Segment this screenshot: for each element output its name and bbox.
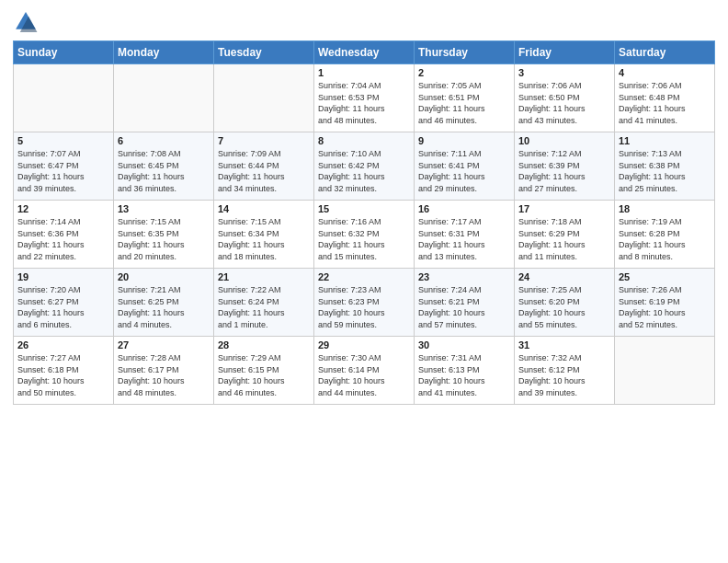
calendar-cell: 30Sunrise: 7:31 AM Sunset: 6:13 PM Dayli…: [415, 337, 515, 405]
calendar-cell: 17Sunrise: 7:18 AM Sunset: 6:29 PM Dayli…: [515, 201, 615, 269]
calendar-cell: 12Sunrise: 7:14 AM Sunset: 6:36 PM Dayli…: [14, 201, 114, 269]
day-number: 12: [17, 203, 109, 214]
day-number: 7: [218, 135, 310, 146]
calendar-cell: 28Sunrise: 7:29 AM Sunset: 6:15 PM Dayli…: [214, 337, 314, 405]
calendar-week-5: 26Sunrise: 7:27 AM Sunset: 6:18 PM Dayli…: [14, 337, 715, 405]
calendar-cell: 25Sunrise: 7:26 AM Sunset: 6:19 PM Dayli…: [615, 269, 715, 337]
calendar-cell: [615, 337, 715, 405]
day-number: 8: [318, 135, 410, 146]
calendar-cell: 2Sunrise: 7:05 AM Sunset: 6:51 PM Daylig…: [415, 64, 515, 132]
day-info: Sunrise: 7:17 AM Sunset: 6:31 PM Dayligh…: [418, 216, 510, 262]
day-info: Sunrise: 7:28 AM Sunset: 6:17 PM Dayligh…: [118, 352, 210, 398]
day-number: 11: [619, 135, 711, 146]
calendar-cell: 21Sunrise: 7:22 AM Sunset: 6:24 PM Dayli…: [214, 269, 314, 337]
day-info: Sunrise: 7:16 AM Sunset: 6:32 PM Dayligh…: [318, 216, 410, 262]
calendar-cell: 13Sunrise: 7:15 AM Sunset: 6:35 PM Dayli…: [114, 201, 214, 269]
calendar-cell: 27Sunrise: 7:28 AM Sunset: 6:17 PM Dayli…: [114, 337, 214, 405]
day-number: 1: [318, 67, 410, 78]
day-number: 27: [118, 339, 210, 350]
day-info: Sunrise: 7:11 AM Sunset: 6:41 PM Dayligh…: [418, 148, 510, 194]
day-number: 15: [318, 203, 410, 214]
calendar-cell: 26Sunrise: 7:27 AM Sunset: 6:18 PM Dayli…: [14, 337, 114, 405]
calendar-cell: 8Sunrise: 7:10 AM Sunset: 6:42 PM Daylig…: [314, 132, 415, 201]
calendar-cell: 6Sunrise: 7:08 AM Sunset: 6:45 PM Daylig…: [114, 132, 214, 201]
day-number: 5: [17, 135, 109, 146]
day-info: Sunrise: 7:24 AM Sunset: 6:21 PM Dayligh…: [418, 284, 510, 330]
day-number: 16: [418, 203, 510, 214]
calendar-header-wednesday: Wednesday: [314, 41, 415, 64]
logo-icon: [13, 9, 39, 35]
calendar-cell: 16Sunrise: 7:17 AM Sunset: 6:31 PM Dayli…: [415, 201, 515, 269]
day-info: Sunrise: 7:06 AM Sunset: 6:50 PM Dayligh…: [518, 80, 610, 126]
calendar-cell: 3Sunrise: 7:06 AM Sunset: 6:50 PM Daylig…: [515, 64, 615, 132]
day-info: Sunrise: 7:23 AM Sunset: 6:23 PM Dayligh…: [318, 284, 410, 330]
day-number: 31: [518, 339, 610, 350]
day-number: 17: [518, 203, 610, 214]
day-info: Sunrise: 7:18 AM Sunset: 6:29 PM Dayligh…: [518, 216, 610, 262]
calendar-cell: 23Sunrise: 7:24 AM Sunset: 6:21 PM Dayli…: [415, 269, 515, 337]
day-info: Sunrise: 7:04 AM Sunset: 6:53 PM Dayligh…: [318, 80, 410, 126]
day-info: Sunrise: 7:21 AM Sunset: 6:25 PM Dayligh…: [118, 284, 210, 330]
calendar-week-4: 19Sunrise: 7:20 AM Sunset: 6:27 PM Dayli…: [14, 269, 715, 337]
day-number: 23: [418, 271, 510, 282]
calendar-week-1: 1Sunrise: 7:04 AM Sunset: 6:53 PM Daylig…: [14, 64, 715, 132]
logo: [13, 9, 42, 35]
day-info: Sunrise: 7:05 AM Sunset: 6:51 PM Dayligh…: [418, 80, 510, 126]
calendar-cell: 22Sunrise: 7:23 AM Sunset: 6:23 PM Dayli…: [314, 269, 415, 337]
day-number: 14: [218, 203, 310, 214]
calendar-table: SundayMondayTuesdayWednesdayThursdayFrid…: [13, 40, 715, 405]
day-info: Sunrise: 7:26 AM Sunset: 6:19 PM Dayligh…: [619, 284, 711, 330]
calendar-cell: 14Sunrise: 7:15 AM Sunset: 6:34 PM Dayli…: [214, 201, 314, 269]
calendar-header-tuesday: Tuesday: [214, 41, 314, 64]
day-number: 4: [619, 67, 711, 78]
page-header: [13, 9, 715, 35]
calendar-cell: 5Sunrise: 7:07 AM Sunset: 6:47 PM Daylig…: [14, 132, 114, 201]
day-info: Sunrise: 7:07 AM Sunset: 6:47 PM Dayligh…: [17, 148, 109, 194]
day-info: Sunrise: 7:12 AM Sunset: 6:39 PM Dayligh…: [518, 148, 610, 194]
calendar-header-sunday: Sunday: [14, 41, 114, 64]
day-info: Sunrise: 7:14 AM Sunset: 6:36 PM Dayligh…: [17, 216, 109, 262]
calendar-cell: 19Sunrise: 7:20 AM Sunset: 6:27 PM Dayli…: [14, 269, 114, 337]
calendar-header-monday: Monday: [114, 41, 214, 64]
day-info: Sunrise: 7:13 AM Sunset: 6:38 PM Dayligh…: [619, 148, 711, 194]
calendar-cell: 9Sunrise: 7:11 AM Sunset: 6:41 PM Daylig…: [415, 132, 515, 201]
calendar-header-row: SundayMondayTuesdayWednesdayThursdayFrid…: [14, 41, 715, 64]
day-info: Sunrise: 7:25 AM Sunset: 6:20 PM Dayligh…: [518, 284, 610, 330]
day-info: Sunrise: 7:20 AM Sunset: 6:27 PM Dayligh…: [17, 284, 109, 330]
day-info: Sunrise: 7:30 AM Sunset: 6:14 PM Dayligh…: [318, 352, 410, 398]
calendar-cell: [114, 64, 214, 132]
calendar-cell: 31Sunrise: 7:32 AM Sunset: 6:12 PM Dayli…: [515, 337, 615, 405]
calendar-cell: 10Sunrise: 7:12 AM Sunset: 6:39 PM Dayli…: [515, 132, 615, 201]
day-info: Sunrise: 7:08 AM Sunset: 6:45 PM Dayligh…: [118, 148, 210, 194]
day-info: Sunrise: 7:31 AM Sunset: 6:13 PM Dayligh…: [418, 352, 510, 398]
day-number: 29: [318, 339, 410, 350]
calendar-cell: 29Sunrise: 7:30 AM Sunset: 6:14 PM Dayli…: [314, 337, 415, 405]
day-info: Sunrise: 7:15 AM Sunset: 6:35 PM Dayligh…: [118, 216, 210, 262]
day-number: 24: [518, 271, 610, 282]
day-number: 22: [318, 271, 410, 282]
calendar-cell: [14, 64, 114, 132]
calendar-cell: 18Sunrise: 7:19 AM Sunset: 6:28 PM Dayli…: [615, 201, 715, 269]
day-number: 18: [619, 203, 711, 214]
calendar-cell: 15Sunrise: 7:16 AM Sunset: 6:32 PM Dayli…: [314, 201, 415, 269]
calendar-cell: 20Sunrise: 7:21 AM Sunset: 6:25 PM Dayli…: [114, 269, 214, 337]
calendar-week-2: 5Sunrise: 7:07 AM Sunset: 6:47 PM Daylig…: [14, 132, 715, 201]
day-info: Sunrise: 7:06 AM Sunset: 6:48 PM Dayligh…: [619, 80, 711, 126]
day-info: Sunrise: 7:09 AM Sunset: 6:44 PM Dayligh…: [218, 148, 310, 194]
day-number: 25: [619, 271, 711, 282]
day-number: 19: [17, 271, 109, 282]
calendar-week-3: 12Sunrise: 7:14 AM Sunset: 6:36 PM Dayli…: [14, 201, 715, 269]
calendar-cell: 1Sunrise: 7:04 AM Sunset: 6:53 PM Daylig…: [314, 64, 415, 132]
day-number: 13: [118, 203, 210, 214]
calendar-cell: 24Sunrise: 7:25 AM Sunset: 6:20 PM Dayli…: [515, 269, 615, 337]
calendar-header-friday: Friday: [515, 41, 615, 64]
calendar-header-thursday: Thursday: [415, 41, 515, 64]
calendar-cell: [214, 64, 314, 132]
calendar-cell: 4Sunrise: 7:06 AM Sunset: 6:48 PM Daylig…: [615, 64, 715, 132]
day-number: 9: [418, 135, 510, 146]
calendar-header-saturday: Saturday: [615, 41, 715, 64]
day-info: Sunrise: 7:10 AM Sunset: 6:42 PM Dayligh…: [318, 148, 410, 194]
day-number: 6: [118, 135, 210, 146]
day-info: Sunrise: 7:15 AM Sunset: 6:34 PM Dayligh…: [218, 216, 310, 262]
day-info: Sunrise: 7:22 AM Sunset: 6:24 PM Dayligh…: [218, 284, 310, 330]
